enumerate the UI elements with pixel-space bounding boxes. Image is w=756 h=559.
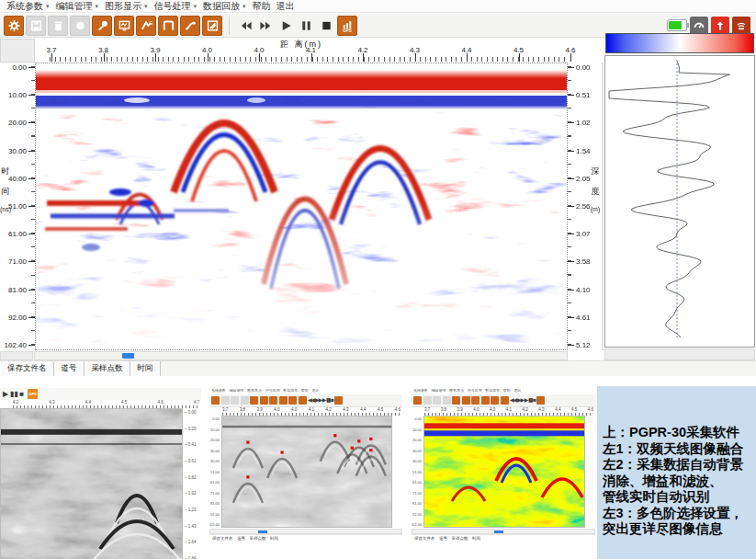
status-tab-1[interactable]: 保存文件名 xyxy=(0,361,54,376)
caption-line-7: 突出更详尽图像信息 xyxy=(603,521,752,538)
mini-radargram xyxy=(0,408,183,559)
tick-label: 3.07 xyxy=(576,230,591,238)
mini-radargram xyxy=(423,416,585,528)
pin-button[interactable] xyxy=(92,16,112,36)
tick-label: 20.00 xyxy=(8,119,27,127)
distance-axis-title: 距 离(m) xyxy=(280,39,322,51)
rewind-icon xyxy=(239,18,253,33)
tick-label: 40.00 xyxy=(8,174,27,182)
trace-panel xyxy=(604,33,755,360)
pgpr-main-window: 系统参数▾编辑管理▾图形显示▾信号处理▾数据回放▾帮助退出 GGPS 距 离(m… xyxy=(0,0,756,375)
menu-item-3[interactable]: 图形显示 xyxy=(102,0,144,13)
menu-item-6[interactable]: 帮助 xyxy=(250,0,274,13)
colorbar xyxy=(605,33,754,53)
mini-toolbar: ▶ ▮▮ ■GPS xyxy=(0,388,201,400)
fast-forward-icon xyxy=(259,18,273,33)
radargram[interactable] xyxy=(35,63,568,350)
battery-icon xyxy=(667,19,687,31)
caption-line-2: 左1：双频天线图像融合 xyxy=(603,441,752,458)
menu-item-1[interactable]: 系统参数 xyxy=(4,0,46,13)
menu-dropdown-arrow: ▾ xyxy=(194,3,201,10)
stop-icon xyxy=(320,18,333,33)
tick-label: 4.10 xyxy=(576,285,591,293)
pause-icon xyxy=(299,18,313,33)
gain-button[interactable]: G xyxy=(136,16,156,36)
pause-button[interactable] xyxy=(297,16,315,36)
menu-item-7[interactable]: 退出 xyxy=(274,0,298,13)
toolbar-separator xyxy=(229,17,230,35)
tick-label: 71.00 xyxy=(8,257,27,266)
menu-dropdown-arrow: ▾ xyxy=(243,3,250,10)
stop-button[interactable] xyxy=(317,16,335,36)
depth-axis-title: 深 度 (m) xyxy=(590,165,601,212)
curve-button[interactable] xyxy=(180,16,200,36)
gps-icon xyxy=(341,18,355,29)
menu-item-5[interactable]: 数据回放 xyxy=(200,0,243,13)
mini-toolbar: ◀◀ ▶▶ ▶ ▮▮ ■ xyxy=(412,394,595,407)
mini-right-ruler: – 0.00– 0.20– 0.41– 0.61– 0.82– 1.02– 1.… xyxy=(183,408,200,559)
fast-forward-button[interactable] xyxy=(256,16,275,36)
status-tab-2[interactable]: 道号 xyxy=(54,361,85,376)
clear-icon xyxy=(206,18,220,33)
mini-top-ruler: 4.24.34.44.54.64.7 xyxy=(0,400,201,408)
delete-button[interactable] xyxy=(48,16,68,36)
save-button[interactable] xyxy=(26,16,46,36)
menu-item-4[interactable]: 信号处理 xyxy=(152,0,194,13)
scrollbar-thumb[interactable] xyxy=(122,353,134,359)
minor-ticks xyxy=(50,57,566,62)
depth-ruler: 深 度 (m) 0.000.511.021.542.052.563.073.58… xyxy=(568,63,603,350)
menu-item-2[interactable]: 编辑管理 xyxy=(53,0,96,13)
gps-icon: GPS xyxy=(28,389,38,399)
menu-dropdown-arrow: ▾ xyxy=(46,3,53,10)
workarea: 距 离(m) 3.73.83.94.04.04.14.24.34.44.54.6… xyxy=(0,39,756,360)
mini-window-multicolor-palette: 系统参数 · 编辑管理 · 图形显示 · 信号处理 · 数据回放 · 帮助 · … xyxy=(412,388,595,549)
tick-label: 92.00 xyxy=(8,313,27,321)
ruler-corner xyxy=(0,39,35,63)
gps-label: GPS xyxy=(343,29,352,33)
display-button[interactable] xyxy=(114,16,134,36)
tick-label: 2.56 xyxy=(576,202,591,211)
status-tab-3[interactable]: 采样点数 xyxy=(85,361,130,376)
mini-top-ruler: 3.73.83.94.04.04.14.24.34.44.54.6 xyxy=(412,407,595,416)
mini-window-dual-frequency-fusion: ▶ ▮▮ ■GPS4.24.34.44.54.64.7– 0.00– 0.20–… xyxy=(0,388,201,559)
tick-label: 3.58 xyxy=(576,257,591,266)
caption-line-1: 上：PGPR-30采集软件 xyxy=(603,425,752,441)
tick-label: 0.00 xyxy=(576,63,591,72)
tick-label: 10.00 xyxy=(8,91,27,99)
distance-ruler: 距 离(m) 3.73.83.94.04.04.14.24.34.44.54.6 xyxy=(35,39,568,63)
antenna-icon[interactable] xyxy=(732,17,750,35)
trace-plot xyxy=(604,55,755,348)
gate-icon xyxy=(162,18,175,33)
caption-panel: 上：PGPR-30采集软件左1：双频天线图像融合左2：采集数据自动背景消除、增益… xyxy=(597,386,756,559)
mini-status-bar: 保存文件名 道号 采样点数 时间 xyxy=(209,534,402,543)
mini-left-ruler: 0.0010.0020.0030.0040.0051.0061.0071.008… xyxy=(412,416,423,528)
gauge-icon[interactable] xyxy=(690,17,708,35)
scrollbar-stub xyxy=(0,351,33,360)
horizontal-scrollbar[interactable] xyxy=(34,351,568,360)
toolbar-buttons: GGPS xyxy=(4,16,357,36)
curve-icon xyxy=(184,18,197,33)
trace-panel-footer xyxy=(604,348,755,360)
gate-button[interactable] xyxy=(158,16,178,36)
save-icon xyxy=(29,18,43,33)
tick-label: 61.00 xyxy=(8,230,27,238)
menu-bar: 系统参数▾编辑管理▾图形显示▾信号处理▾数据回放▾帮助退出 xyxy=(0,0,756,13)
rewind-button[interactable] xyxy=(236,16,254,36)
settings-button[interactable] xyxy=(4,16,24,36)
tick-label: 51.00 xyxy=(8,202,27,211)
mini-menu-bar: 系统参数 · 编辑管理 · 图形显示 · 信号处理 · 数据回放 · 帮助 · … xyxy=(209,388,402,394)
mini-scrollbar xyxy=(412,529,595,534)
upload-icon[interactable] xyxy=(711,17,729,35)
mini-toolbar: ◀◀ ▶▶ ▶ ▮▮ ■ xyxy=(209,394,402,407)
pin-icon xyxy=(96,18,109,33)
play-icon xyxy=(279,18,293,33)
clear-button[interactable] xyxy=(202,16,222,36)
caption-line-4: 消除、增益和滤波、 xyxy=(603,473,752,490)
menu-dropdown-arrow: ▾ xyxy=(144,3,152,10)
screenshot-strip: ▶ ▮▮ ■GPS4.24.34.44.54.64.7– 0.00– 0.20–… xyxy=(0,386,756,559)
gps-button[interactable]: GPS xyxy=(337,16,357,36)
record-icon xyxy=(73,18,87,33)
record-button[interactable] xyxy=(70,16,90,36)
status-tab-4[interactable]: 时间 xyxy=(130,361,161,376)
play-button[interactable] xyxy=(276,16,295,36)
